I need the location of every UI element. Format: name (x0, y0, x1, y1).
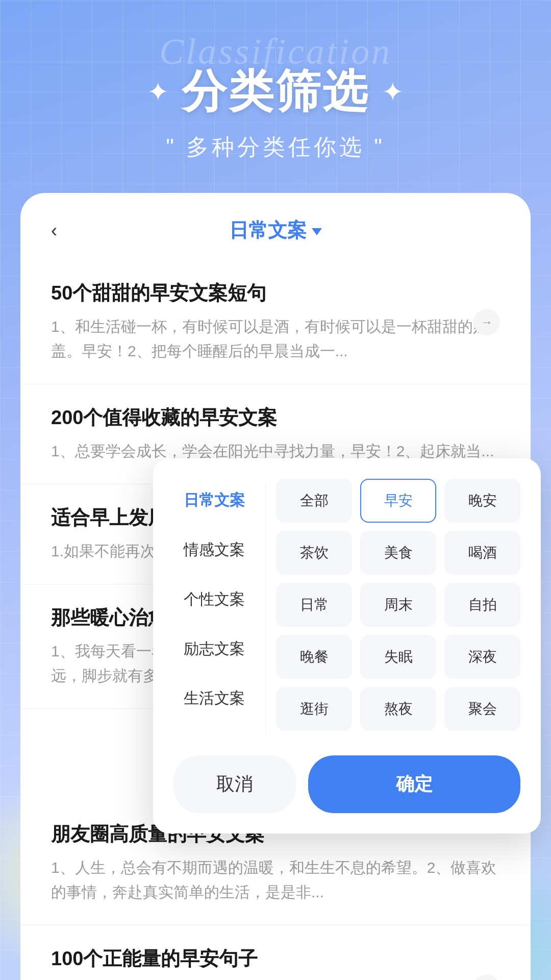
header-section: Classification ✦ 分类筛选 ✦ " 多种分类任你选 " (0, 0, 551, 193)
nav-title-label: 日常文案 (229, 217, 307, 243)
tag-food[interactable]: 美食 (360, 531, 436, 575)
tag-morning[interactable]: 早安 (360, 479, 436, 523)
tag-dinner[interactable]: 晚餐 (276, 635, 352, 679)
dropdown-actions: 取消 确定 (173, 755, 520, 813)
dropdown-panel: 日常文案 情感文案 个性文案 励志文案 生活文案 全部 早安 晚安 茶饮 美食 (153, 458, 541, 834)
dropdown-content: 日常文案 情感文案 个性文案 励志文案 生活文案 全部 早安 晚安 茶饮 美食 (173, 479, 520, 739)
category-column: 日常文案 情感文案 个性文案 励志文案 生活文案 (173, 479, 255, 739)
tags-row-2: 日常 周末 自拍 (276, 583, 520, 627)
tag-shopping[interactable]: 逛街 (276, 687, 352, 731)
category-item-personality[interactable]: 个性文案 (173, 578, 255, 621)
nav-title-button[interactable]: 日常文案 (229, 217, 322, 243)
tags-row-1: 茶饮 美食 喝酒 (276, 531, 520, 575)
back-button[interactable]: ‹ (51, 220, 57, 241)
confirm-button[interactable]: 确定 (308, 755, 520, 813)
list-item: 50个甜甜的早安文案短句 1、和生活碰一杯，有时候可以是酒，有时候可以是一杯甜甜… (20, 260, 531, 384)
category-item-emotion[interactable]: 情感文案 (173, 528, 255, 572)
tag-insomnia[interactable]: 失眠 (360, 635, 436, 679)
card-header: ‹ 日常文案 (20, 193, 531, 260)
list-item-desc: 1、人生，总会有不期而遇的温暖，和生生不息的希望。2、做喜欢的事情，奔赴真实简单… (51, 855, 500, 904)
category-item-life[interactable]: 生活文案 (173, 677, 255, 720)
main-card: ‹ 日常文案 50个甜甜的早安文案短句 1、和生活碰一杯，有时候可以是酒，有时候… (20, 193, 531, 980)
list-item: 100个正能量的早安句子 1、如果结果不如你所愿，就在尘埃落定前奋力一搏。早上好… (20, 925, 531, 980)
tag-drink[interactable]: 喝酒 (444, 531, 520, 575)
tag-daily[interactable]: 日常 (276, 583, 352, 627)
sparkle-left-icon: ✦ (147, 77, 169, 107)
tag-selfie[interactable]: 自拍 (444, 583, 520, 627)
list-item-title: 200个值得收藏的早安文案 (51, 405, 500, 431)
category-item-motivational[interactable]: 励志文案 (173, 627, 255, 671)
list-item-desc: 1、和生活碰一杯，有时候可以是酒，有时候可以是一杯甜甜的奶盖。早安！2、把每个睡… (51, 314, 500, 363)
tag-night[interactable]: 晚安 (444, 479, 520, 523)
tags-area: 全部 早安 晚安 茶饮 美食 喝酒 日常 周末 自拍 (276, 479, 520, 739)
tag-all[interactable]: 全部 (276, 479, 352, 523)
list-item-title: 50个甜甜的早安文案短句 (51, 280, 500, 306)
nav-dropdown-arrow-icon (312, 228, 322, 235)
tags-row-0: 全部 早安 晚安 (276, 479, 520, 523)
arrow-button[interactable]: → (473, 974, 500, 981)
sparkle-right-icon: ✦ (382, 77, 404, 107)
tag-tea[interactable]: 茶饮 (276, 531, 352, 575)
subtitle: " 多种分类任你选 " (0, 132, 551, 162)
tags-row-3: 晚餐 失眠 深夜 (276, 635, 520, 679)
tag-latenight[interactable]: 深夜 (444, 635, 520, 679)
tags-row-4: 逛街 熬夜 聚会 (276, 687, 520, 731)
tag-party[interactable]: 聚会 (444, 687, 520, 731)
category-item-daily[interactable]: 日常文案 (173, 479, 255, 522)
tag-weekend[interactable]: 周末 (360, 583, 436, 627)
vertical-divider (265, 483, 266, 735)
header-watermark: Classification (159, 31, 392, 73)
arrow-button[interactable]: → (473, 309, 500, 335)
tag-stayup[interactable]: 熬夜 (360, 687, 436, 731)
cancel-button[interactable]: 取消 (173, 755, 296, 813)
list-item-title: 100个正能量的早安句子 (51, 946, 500, 972)
